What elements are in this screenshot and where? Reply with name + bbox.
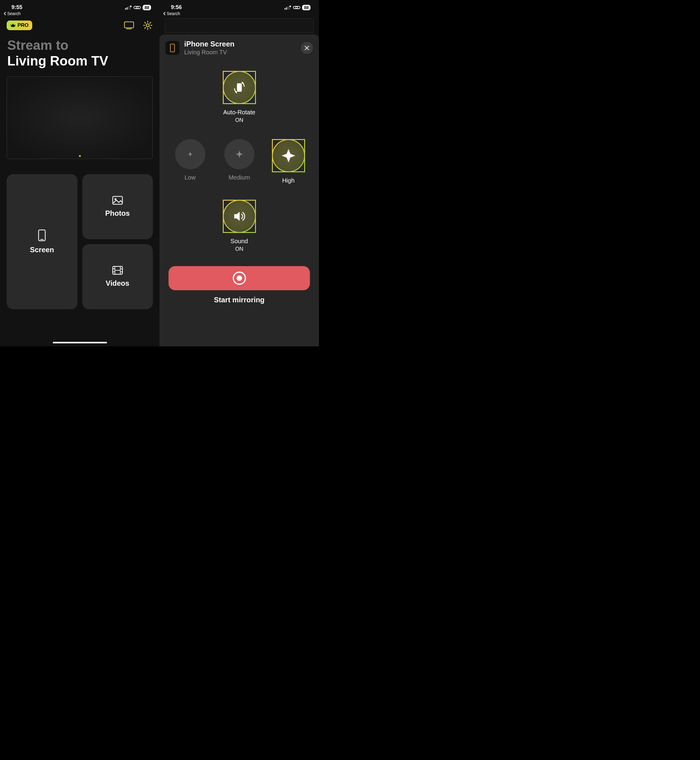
chevron-left-icon (4, 12, 7, 16)
back-to-search[interactable]: Search (159, 11, 319, 16)
sound-label: Sound (231, 238, 248, 245)
tile-videos-label: Videos (106, 279, 129, 288)
hero-title: Living Room TV (7, 53, 152, 69)
link-icon (134, 5, 141, 9)
tv-preview[interactable] (7, 76, 153, 159)
phone-icon (170, 44, 175, 52)
tile-photos-label: Photos (105, 209, 130, 218)
svg-rect-20 (113, 196, 122, 204)
sheet-subtitle: Living Room TV (184, 49, 234, 56)
svg-rect-31 (286, 7, 287, 9)
svg-rect-18 (39, 230, 45, 241)
quality-high-label: High (282, 177, 295, 184)
status-time: 9:55 (11, 4, 22, 11)
status-indicators: 88 (125, 5, 151, 10)
back-label: Search (7, 11, 20, 16)
link-icon (293, 5, 300, 9)
status-bar: 9:56 88 (159, 0, 319, 11)
tile-screen-label: Screen (30, 246, 54, 254)
svg-point-21 (114, 198, 116, 200)
svg-marker-39 (242, 81, 244, 84)
tile-videos[interactable]: Videos (82, 244, 153, 309)
rotate-icon (231, 79, 248, 96)
screen-right: 9:56 88 Search iPhone Screen Living Room… (159, 0, 319, 346)
chevron-left-icon (163, 12, 166, 16)
svg-marker-40 (235, 91, 237, 94)
sheet-header: iPhone Screen Living Room TV (159, 40, 319, 56)
controls: Auto-Rotate ON Low Medium (159, 56, 319, 252)
mirror-sheet: iPhone Screen Living Room TV Auto-Rotate… (159, 34, 319, 346)
svg-line-16 (145, 27, 145, 28)
battery-badge: 88 (142, 5, 151, 10)
home-indicator[interactable] (53, 342, 107, 343)
film-icon (112, 266, 123, 275)
sound-control[interactable]: Sound ON (223, 200, 256, 252)
image-icon (112, 196, 123, 205)
svg-rect-37 (170, 44, 175, 52)
tile-screen[interactable]: Screen (7, 174, 78, 309)
svg-rect-2 (128, 6, 129, 9)
tile-photos[interactable]: Photos (82, 174, 153, 239)
sheet-title: iPhone Screen (184, 40, 234, 48)
gear-icon (143, 20, 153, 30)
pro-badge[interactable]: PRO (7, 20, 32, 30)
hero-subtitle: Stream to (7, 38, 152, 53)
start-mirroring-label: Start mirroring (159, 296, 319, 304)
phone-icon (38, 229, 46, 241)
signal-icon (125, 5, 132, 9)
svg-rect-7 (125, 22, 134, 28)
start-mirroring-button[interactable] (169, 266, 310, 290)
screen-left: 9:55 88 Search PRO Stream to Living Room… (0, 0, 159, 346)
tiles: Screen Photos Videos (0, 159, 159, 316)
autorotate-control[interactable]: Auto-Rotate ON (223, 71, 256, 124)
svg-point-42 (237, 276, 242, 281)
status-time: 9:56 (171, 4, 182, 11)
hero: Stream to Living Room TV (0, 30, 159, 69)
tv-icon (124, 21, 134, 30)
svg-rect-32 (288, 6, 289, 9)
sound-state: ON (235, 246, 243, 252)
autorotate-state: ON (235, 117, 243, 124)
sparkle-large-icon (281, 148, 296, 163)
back-label: Search (167, 11, 180, 16)
status-indicators: 88 (284, 5, 311, 10)
phone-thumb (166, 41, 180, 55)
quality-medium[interactable]: Medium (218, 139, 261, 184)
svg-rect-0 (125, 8, 126, 9)
sparkle-small-icon (187, 151, 193, 157)
close-button[interactable] (301, 42, 313, 54)
tv-preview-peek (165, 19, 314, 33)
svg-line-15 (150, 27, 151, 28)
settings-button[interactable] (142, 20, 153, 30)
battery-badge: 88 (302, 5, 311, 10)
svg-point-34 (290, 5, 291, 7)
svg-line-14 (145, 22, 145, 23)
quality-low-label: Low (184, 174, 196, 181)
quality-low[interactable]: Low (169, 139, 212, 184)
svg-line-17 (150, 22, 151, 23)
pro-label: PRO (17, 22, 29, 28)
close-icon (305, 45, 309, 50)
svg-point-4 (130, 5, 132, 7)
autorotate-label: Auto-Rotate (223, 109, 255, 116)
status-bar: 9:55 88 (0, 0, 159, 11)
crown-icon (10, 23, 16, 28)
signal-icon (284, 5, 291, 9)
record-icon (232, 271, 247, 285)
svg-point-9 (146, 24, 149, 27)
tv-button[interactable] (124, 20, 134, 30)
top-row: PRO (0, 16, 159, 30)
quality-row: Low Medium High (169, 139, 310, 184)
sparkle-medium-icon (235, 150, 244, 159)
quality-medium-label: Medium (228, 174, 250, 181)
quality-high[interactable]: High (267, 139, 310, 184)
svg-rect-38 (237, 83, 242, 92)
svg-rect-1 (127, 7, 128, 9)
speaker-icon (232, 209, 247, 224)
svg-rect-30 (284, 8, 286, 9)
back-to-search[interactable]: Search (0, 11, 159, 16)
